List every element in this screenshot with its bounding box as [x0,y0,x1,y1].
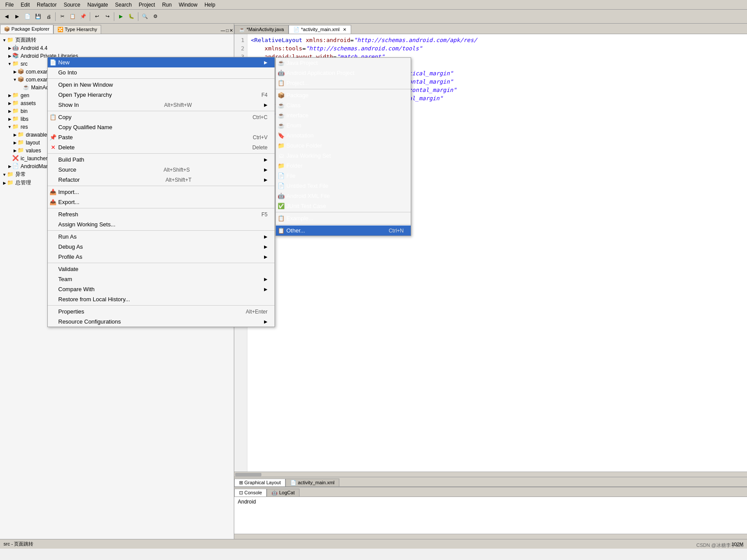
submenu-java-working-set[interactable]: 🗂 Java Working Set [276,151,411,161]
tab-activity-main-xml[interactable]: 📄 *activity_main.xml ✕ [289,25,351,34]
tab-activity-main-xml-bottom[interactable]: 📄 activity_main.xml [285,479,339,486]
ctx-item-copy-qualified[interactable]: Copy Qualified Name [48,122,275,132]
ctx-item-refresh[interactable]: Refresh F5 [48,209,275,219]
ctx-item-assign-working-sets[interactable]: Assign Working Sets... [48,219,275,229]
panel-close[interactable]: ✕ [229,28,233,33]
ctx-item-refactor[interactable]: Refactor Alt+Shift+T ▶ [48,175,275,185]
submenu-android-app[interactable]: 🤖 Android Application Project [276,68,411,78]
submenu-interface[interactable]: ☕ Interface [276,110,411,120]
ctx-item-go-into[interactable]: Go Into [48,67,275,77]
bottom-scrollbar[interactable] [234,534,747,539]
refactor-shortcut: Alt+Shift+T [152,177,191,183]
ctx-item-new[interactable]: 📄 New ▶ ☕ Java Project 🤖 Android Applica… [48,57,275,67]
ctx-item-run-as[interactable]: Run As ▶ [48,232,275,242]
submenu-class[interactable]: ☕ Class [276,100,411,110]
toolbar-btn-4[interactable]: ✂ [57,12,67,21]
ctx-item-source[interactable]: Source Alt+Shift+S ▶ [48,165,275,175]
toolbar-btn-run[interactable]: ▶ [116,12,126,21]
toolbar-btn-redo[interactable]: ↪ [102,12,112,21]
toolbar-btn-6[interactable]: 📌 [78,12,88,21]
tree-arrow: ▶ [12,70,18,74]
ctx-item-show-in[interactable]: Show In Alt+Shift+W ▶ [48,100,275,110]
ctx-item-type-hierarchy[interactable]: Open Type Hierarchy F4 [48,90,275,100]
tree-item-android44[interactable]: ▶ 🤖 Android 4.4 [0,44,234,52]
submenu-package[interactable]: 📦 Package [276,90,411,100]
submenu-source-folder[interactable]: 📁 Source Folder [276,141,411,151]
submenu-sep-1 [276,89,411,89]
ctx-item-properties[interactable]: Properties Alt+Enter [48,306,275,317]
ctx-item-resource-configurations[interactable]: Resource Configurations ▶ [48,317,275,327]
submenu-example[interactable]: 📋 Example... [276,213,411,223]
menu-run[interactable]: Run [159,1,175,9]
tree-item-root[interactable]: ▼ 📁 页面跳转 [0,36,234,44]
bottom-panel: ⊡ Console 🤖 LogCat Android [234,486,747,539]
ctx-item-copy[interactable]: 📋 Copy Ctrl+C [48,112,275,122]
file-icon: 📄 [278,173,285,180]
ctx-item-open-window[interactable]: Open in New Window [48,80,275,90]
toolbar-btn-debug[interactable]: 🐛 [127,12,136,21]
submenu-junit[interactable]: ✅ JUnit Test Case [276,201,411,211]
ctx-item-import[interactable]: 📥 Import... [48,187,275,197]
menu-project[interactable]: Project [135,1,159,9]
logcat-icon: 🤖 [271,490,279,495]
ctx-label-new: New [58,59,70,66]
menu-window[interactable]: Window [175,1,201,9]
tab-graphical-layout[interactable]: ⊞ Graphical Layout [234,479,285,486]
menu-navigate[interactable]: Navigate [84,1,111,9]
submenu-project[interactable]: 📋 Project... [276,78,411,88]
submenu-folder[interactable]: 📁 Folder [276,161,411,171]
submenu-android-xml[interactable]: 🤖 Android XML File [276,191,411,201]
submenu-annotation[interactable]: 🔖 Annotation [276,130,411,141]
tree-label: Android 4.4 [21,45,47,51]
toolbar-btn-undo[interactable]: ↩ [92,12,102,21]
ctx-item-validate[interactable]: Validate [48,264,275,274]
tab-package-explorer[interactable]: 📦 Package Explorer [0,25,53,34]
ctx-item-profile-as[interactable]: Profile As ▶ [48,252,275,262]
toolbar-btn-new[interactable]: 📄 [23,12,32,21]
show-in-arrow: ▶ [264,102,268,107]
ctx-item-delete[interactable]: ✕ Delete Delete [48,142,275,152]
ctx-item-build-path[interactable]: Build Path ▶ [48,155,275,165]
toolbar-btn-1[interactable]: ◀ [2,12,11,21]
toolbar-btn-2[interactable]: ▶ [12,12,22,21]
tab-console[interactable]: ⊡ Console [234,489,267,497]
ctx-item-debug-as[interactable]: Debug As ▶ [48,242,275,252]
toolbar-btn-save[interactable]: 💾 [33,12,43,21]
type-hierarchy-icon: 🔀 [57,27,65,32]
menu-search[interactable]: Search [112,1,135,9]
ctx-item-paste[interactable]: 📌 Paste Ctrl+V [48,132,275,142]
ctx-item-export[interactable]: 📤 Export... [48,197,275,207]
tab-close-icon[interactable]: ✕ [343,27,346,32]
menu-edit[interactable]: Edit [17,1,33,9]
ctx-item-compare-with[interactable]: Compare With ▶ [48,284,275,294]
panel-maximize[interactable]: □ [226,28,229,33]
status-bar: src - 页面跳转 102M [0,539,747,549]
tree-label: values [26,148,41,154]
folder-icon2: 📁 [278,162,285,169]
menu-file[interactable]: File [2,1,17,9]
submenu-untitled-text[interactable]: 📄 Untitled Text File [276,181,411,191]
menu-source[interactable]: Source [60,1,84,9]
submenu-file[interactable]: 📄 File [276,171,411,181]
toolbar-btn-5[interactable]: 📋 [68,12,78,21]
menu-help[interactable]: Help [201,1,219,9]
ctx-item-team[interactable]: Team ▶ [48,274,275,284]
submenu-java-project[interactable]: ☕ Java Project [276,58,411,68]
toolbar-btn-3[interactable]: 🖨 [44,12,53,21]
scroll-thumb [235,473,261,476]
new-icon: 📄 [49,59,56,66]
tree-arrow: ▶ [2,181,7,185]
toolbar-btn-ref[interactable]: ⚙ [151,12,160,21]
horizontal-scrollbar[interactable] [234,472,747,477]
tree-label: 总管理 [15,179,31,187]
tab-mainactivity[interactable]: ☕ *MainActivity.java [234,25,289,34]
submenu-enum[interactable]: ☕ Enum [276,120,411,130]
menu-refactor[interactable]: Refactor [33,1,60,9]
tab-type-hierarchy[interactable]: 🔀 Type Hierarchy [53,25,101,34]
ctx-item-restore[interactable]: Restore from Local History... [48,294,275,304]
panel-minimize[interactable]: — [221,28,225,33]
toolbar-btn-search[interactable]: 🔍 [140,12,150,21]
submenu-other[interactable]: 📋 Other... Ctrl+N [276,225,411,236]
tab-logcat[interactable]: 🤖 LogCat [267,489,300,497]
console-icon: ⊡ [239,490,244,495]
